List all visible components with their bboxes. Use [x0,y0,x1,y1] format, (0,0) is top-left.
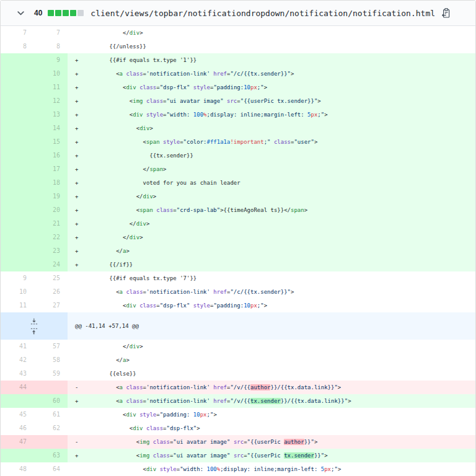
new-line-number[interactable]: 59 [34,367,68,381]
new-line-number[interactable]: 11 [34,81,68,94]
new-line-number[interactable]: 60 [34,394,68,408]
old-line-number[interactable] [1,176,34,190]
new-line-number[interactable]: 15 [34,135,68,149]
old-line-number[interactable]: 10 [1,285,34,299]
old-line-number[interactable]: 46 [1,421,34,435]
code-token: "{{userPic [247,452,284,459]
old-line-number[interactable]: 41 [1,340,34,353]
old-line-number[interactable] [1,449,34,462]
new-line-number[interactable]: 22 [34,231,68,244]
diff-row: 1127 <div class="dsp-flx" style="padding… [1,299,475,312]
code-token: src [234,439,244,445]
new-line-number[interactable]: 61 [34,408,68,421]
old-line-number[interactable] [1,94,34,108]
old-line-number[interactable] [1,394,34,408]
code-token: "padding: [213,84,244,90]
new-line-number[interactable]: 24 [34,258,68,271]
code-token: tx.sender [250,398,281,404]
new-line-number[interactable]: 18 [34,176,68,190]
old-line-number[interactable]: 45 [1,408,34,421]
old-line-number[interactable] [1,53,34,67]
new-line-number[interactable]: 62 [34,421,68,435]
code-token: class [274,139,291,145]
code-token: px [250,84,257,90]
code-token: > [314,139,317,145]
old-line-number[interactable]: 11 [1,299,34,312]
code-token: > [324,452,327,459]
old-line-number[interactable] [1,162,34,176]
new-line-number[interactable]: 19 [34,190,68,203]
diff-file-header: 40 client/views/topbar/notificationdropd… [1,1,475,26]
new-line-number[interactable]: 64 [34,462,68,476]
new-line-number[interactable]: 57 [34,340,68,353]
diff-row: 21+ </div> [1,217,475,231]
old-line-number[interactable] [1,217,34,231]
new-line-number[interactable] [34,435,68,449]
code-token: {{/if}} [82,262,133,268]
old-line-number[interactable] [1,135,34,149]
diff-row: 925 {{#if equals tx.type '7'}} [1,271,475,285]
new-line-number[interactable]: 17 [34,162,68,176]
file-path-link[interactable]: client/views/topbar/notificationdropdown… [90,9,435,18]
new-line-number[interactable]: 13 [34,108,68,121]
old-line-number[interactable]: 42 [1,353,34,367]
new-line-number[interactable]: 25 [34,271,68,285]
old-line-number[interactable] [1,203,34,217]
code-token: ;" [257,84,264,90]
old-line-number[interactable]: 48 [1,462,34,476]
code-line: <div style="width: 100%;display: inline;… [68,462,475,476]
new-line-number[interactable]: 20 [34,203,68,217]
code-token: 'notification-link' [146,71,210,77]
new-line-number[interactable]: 9 [34,53,68,67]
diff-table: 77 </div>88 {{/unless}}9+ {{#if equals t… [1,26,475,476]
expand-down-icon[interactable] [30,318,38,325]
diff-row: 4359 {{else}} [1,367,475,381]
old-line-number[interactable] [1,244,34,258]
old-line-number[interactable] [1,258,34,271]
copy-path-icon[interactable] [441,8,451,19]
new-line-number[interactable]: 26 [34,285,68,299]
new-line-number[interactable]: 27 [34,299,68,312]
new-line-number[interactable]: 63 [34,449,68,462]
old-line-number[interactable] [1,190,34,203]
code-token: < [82,302,126,309]
old-line-number[interactable]: 7 [1,26,34,40]
new-line-number[interactable]: 10 [34,67,68,81]
new-line-number[interactable]: 23 [34,244,68,258]
code-token: </ [82,193,143,200]
code-token: span [139,207,153,213]
old-line-number[interactable]: 9 [1,271,34,285]
code-token: style [160,466,177,472]
new-line-number[interactable] [34,381,68,394]
code-token: "/c/{{tx.sender}}" [230,289,291,295]
old-line-number[interactable] [1,149,34,162]
diff-row: 18+ voted for you as chain leader [1,176,475,190]
code-token: {{#if equals tx.type '7'}} [82,275,196,281]
code-token: < [82,425,133,431]
code-token: > [314,439,317,445]
new-line-number[interactable]: 58 [34,353,68,367]
old-line-number[interactable] [1,121,34,135]
code-token: style [163,139,180,145]
new-line-number[interactable]: 12 [34,94,68,108]
old-line-number[interactable]: 44 [1,381,34,394]
old-line-number[interactable]: 43 [1,367,34,381]
code-token: div [133,112,143,118]
new-line-number[interactable]: 21 [34,217,68,231]
old-line-number[interactable] [1,108,34,121]
old-line-number[interactable] [1,81,34,94]
code-token: > [291,71,294,77]
new-line-number[interactable]: 16 [34,149,68,162]
old-line-number[interactable]: 47 [1,435,34,449]
new-line-number[interactable]: 14 [34,121,68,135]
collapse-chevron-down-icon[interactable] [17,9,25,17]
old-line-number[interactable]: 8 [1,40,34,53]
old-line-number[interactable] [1,231,34,244]
expand-up-icon[interactable] [30,327,38,335]
code-token: </ [82,234,130,240]
code-line: + <img class="ui avatar image" src="{{us… [68,94,475,108]
code-line: + <span style="color:#ff1a1a!important;"… [68,135,475,149]
new-line-number[interactable]: 7 [34,26,68,40]
old-line-number[interactable] [1,67,34,81]
new-line-number[interactable]: 8 [34,40,68,53]
